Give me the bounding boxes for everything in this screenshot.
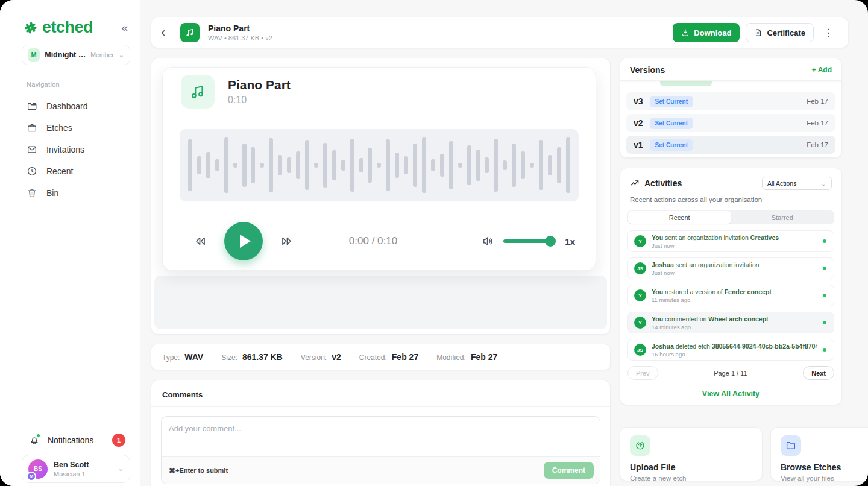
download-button[interactable]: Download bbox=[673, 23, 740, 42]
activity-avatar: Y bbox=[634, 235, 646, 247]
set-current-button[interactable]: Set Current bbox=[650, 96, 693, 107]
org-switcher[interactable]: M Midnight … Member ⌄ bbox=[22, 45, 130, 65]
track-duration: 0:10 bbox=[228, 95, 291, 106]
activity-time: 11 minutes ago bbox=[652, 297, 772, 303]
page-indicator: Page 1 / 11 bbox=[658, 370, 804, 377]
activity-item[interactable]: JS Joshua deleted etch 38055644-9024-40c… bbox=[627, 339, 834, 361]
certificate-icon bbox=[754, 28, 763, 37]
rewind-icon[interactable] bbox=[193, 234, 207, 248]
current-version-pill bbox=[660, 81, 712, 86]
version-row[interactable]: v2 Set Current Feb 17 bbox=[626, 114, 835, 132]
activity-item[interactable]: Y You commented on Wheel arch concept 14… bbox=[627, 312, 834, 333]
file-subtitle: WAV • 861.37 KB • v2 bbox=[208, 34, 272, 42]
version-date: Feb 17 bbox=[807, 141, 828, 148]
org-avatar: M bbox=[28, 48, 40, 62]
waveform[interactable] bbox=[180, 129, 579, 201]
activities-subtitle: Recent actions across all your organisat… bbox=[620, 194, 841, 208]
comment-input[interactable] bbox=[162, 417, 600, 454]
sidebar-item-dashboard[interactable]: Dashboard bbox=[18, 95, 131, 117]
org-name: Midnight … bbox=[45, 51, 86, 59]
unread-dot bbox=[823, 267, 826, 270]
certificate-button[interactable]: Certificate bbox=[746, 23, 814, 42]
version-date: Feb 17 bbox=[807, 119, 828, 127]
sidebar-item-label: Bin bbox=[46, 188, 58, 198]
version-row-partial bbox=[626, 81, 835, 89]
playback-speed[interactable]: 1x bbox=[565, 236, 575, 247]
chevron-down-icon: ⌄ bbox=[119, 52, 124, 58]
activity-avatar: JS bbox=[634, 344, 646, 356]
meta-label: Type: bbox=[162, 353, 180, 362]
back-button[interactable]: ‹ bbox=[161, 25, 175, 40]
version-row[interactable]: v1 Set Current Feb 17 bbox=[626, 136, 835, 154]
activity-item[interactable]: Y You sent an organization invitation Cr… bbox=[627, 230, 834, 252]
trending-up-icon bbox=[630, 178, 640, 188]
activity-time: Just now bbox=[652, 242, 779, 249]
tab-starred[interactable]: Starred bbox=[731, 211, 834, 224]
file-metadata-bar: Type:WAV Size:861.37 KB Version:v2 Creat… bbox=[151, 344, 611, 370]
version-row[interactable]: v3 Set Current Feb 17 bbox=[626, 92, 835, 110]
volume-icon[interactable] bbox=[482, 235, 495, 248]
sidebar-collapse-icon[interactable]: « bbox=[121, 22, 128, 33]
meta-value: Feb 27 bbox=[392, 352, 418, 362]
unread-dot bbox=[823, 321, 826, 324]
actions-filter-select[interactable]: All Actions ⌄ bbox=[762, 177, 832, 190]
activity-avatar: Y bbox=[634, 289, 646, 301]
activity-avatar: JS bbox=[634, 262, 646, 274]
more-options-icon[interactable]: ⋮ bbox=[820, 27, 837, 39]
comment-submit-button[interactable]: Comment bbox=[544, 462, 594, 479]
prev-page-button[interactable]: Prev bbox=[627, 366, 658, 380]
chevron-down-icon: ⌄ bbox=[821, 180, 826, 187]
meta-label: Modified: bbox=[436, 353, 466, 362]
versions-panel: Versions + Add v3 Set Current Feb 17 v2 … bbox=[620, 58, 842, 158]
activity-text: Joshua sent an organization invitation bbox=[652, 261, 760, 268]
chevron-down-icon: ⌄ bbox=[118, 465, 124, 472]
notification-status-dot bbox=[36, 434, 40, 438]
unread-dot bbox=[823, 348, 826, 352]
activity-item[interactable]: JS Joshua sent an organization invitatio… bbox=[627, 257, 834, 279]
quick-card-title: Upload File bbox=[630, 462, 752, 472]
add-version-button[interactable]: + Add bbox=[812, 66, 832, 74]
versions-list[interactable]: v3 Set Current Feb 17 v2 Set Current Feb… bbox=[620, 81, 841, 154]
fast-forward-icon[interactable] bbox=[280, 234, 294, 248]
profile-name: Ben Scott bbox=[54, 461, 89, 469]
version-number: v3 bbox=[634, 96, 643, 106]
activity-text: You restored a version of Fender concept bbox=[652, 288, 772, 295]
play-button[interactable] bbox=[224, 222, 263, 260]
tab-recent[interactable]: Recent bbox=[628, 211, 731, 224]
set-current-button[interactable]: Set Current bbox=[650, 118, 693, 129]
quick-card-subtitle: Create a new etch bbox=[630, 475, 752, 482]
file-header: ‹ Piano Part WAV • 861.37 KB • v2 Downlo… bbox=[151, 17, 849, 48]
activity-item[interactable]: Y You restored a version of Fender conce… bbox=[627, 285, 834, 306]
version-date: Feb 17 bbox=[807, 98, 828, 105]
activity-time: 16 hours ago bbox=[652, 351, 817, 358]
unread-dot bbox=[823, 239, 826, 243]
activities-title: Activities bbox=[644, 178, 682, 188]
etches-icon bbox=[27, 122, 37, 133]
meta-value: 861.37 KB bbox=[242, 352, 283, 362]
sidebar-item-label: Dashboard bbox=[46, 101, 88, 111]
sidebar: etched « M Midnight … Member ⌄ Navigatio… bbox=[0, 0, 140, 486]
volume-slider[interactable] bbox=[503, 239, 556, 243]
profile-menu[interactable]: BS M Ben Scott Musician 1 ⌄ bbox=[22, 455, 130, 483]
next-page-button[interactable]: Next bbox=[803, 366, 834, 380]
etched-logo-icon bbox=[23, 20, 39, 36]
audio-player-card: Piano Part 0:10 0:00 / 0:10 bbox=[162, 67, 596, 271]
activity-text: Joshua deleted etch 38055644-9024-40cb-b… bbox=[652, 342, 817, 350]
sidebar-item-label: Invitations bbox=[46, 145, 84, 154]
player-section: Piano Part 0:10 0:00 / 0:10 bbox=[151, 58, 611, 335]
sidebar-item-label: Etches bbox=[46, 123, 72, 133]
notifications-button[interactable]: Notifications 1 bbox=[29, 434, 125, 447]
profile-org-badge: M bbox=[27, 472, 36, 481]
sidebar-item-bin[interactable]: Bin bbox=[18, 182, 131, 204]
avatar: BS M bbox=[28, 459, 48, 479]
browse-etches-card[interactable]: Browse Etches View all your files bbox=[770, 427, 868, 481]
app-window: etched « M Midnight … Member ⌄ Navigatio… bbox=[0, 0, 868, 486]
volume-thumb[interactable] bbox=[545, 236, 556, 247]
view-all-activity-link[interactable]: View All Activity bbox=[620, 390, 841, 398]
sidebar-item-label: Recent bbox=[46, 166, 73, 176]
set-current-button[interactable]: Set Current bbox=[650, 139, 693, 151]
sidebar-item-recent[interactable]: Recent bbox=[18, 160, 131, 182]
upload-file-card[interactable]: Upload File Create a new etch bbox=[620, 427, 763, 481]
sidebar-item-invitations[interactable]: Invitations bbox=[18, 139, 131, 160]
sidebar-item-etches[interactable]: Etches bbox=[18, 117, 131, 139]
